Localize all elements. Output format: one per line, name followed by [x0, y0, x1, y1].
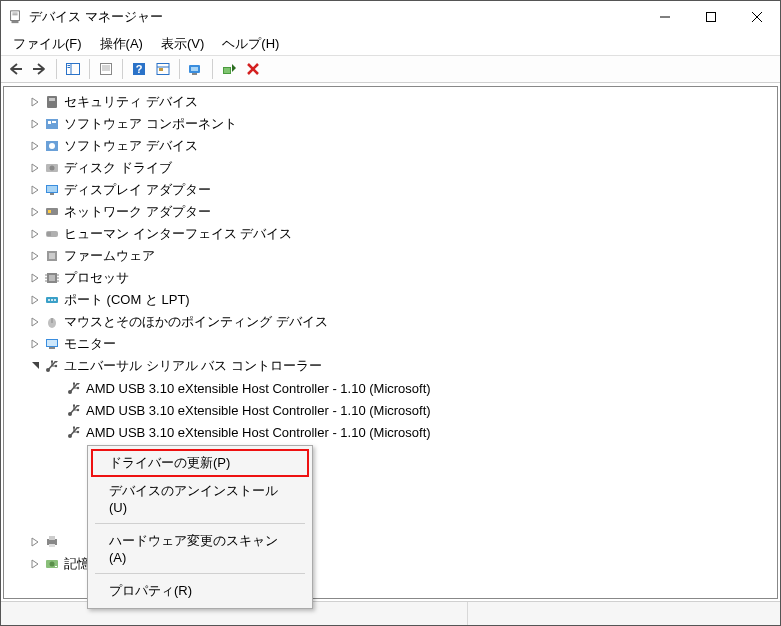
svg-rect-2: [12, 14, 17, 15]
tree-category-label: ファームウェア: [64, 247, 155, 265]
svg-point-36: [50, 166, 55, 171]
software-dev-icon: [44, 138, 60, 154]
expand-icon[interactable]: [28, 315, 42, 329]
svg-rect-31: [48, 121, 51, 124]
expand-icon[interactable]: [28, 139, 42, 153]
storage-icon: [44, 556, 60, 572]
svg-point-65: [55, 365, 57, 367]
expand-icon[interactable]: [28, 227, 42, 241]
usb-ctrl-icon: [66, 424, 82, 440]
tree-category[interactable]: モニター: [4, 333, 777, 355]
tree-category-label: ポート (COM と LPT): [64, 291, 190, 309]
tree-category[interactable]: ユニバーサル シリアル バス コントローラー: [4, 355, 777, 377]
port-icon: [44, 292, 60, 308]
expand-icon[interactable]: [28, 337, 42, 351]
tree-category-label: プロセッサ: [64, 269, 129, 287]
expand-icon[interactable]: [28, 293, 42, 307]
svg-rect-69: [73, 383, 75, 385]
context-menu-item[interactable]: デバイスのアンインストール(U): [91, 477, 309, 520]
expand-icon[interactable]: [28, 249, 42, 263]
scan-hardware-button[interactable]: [185, 58, 207, 80]
close-button[interactable]: [734, 1, 780, 33]
menu-view[interactable]: 表示(V): [153, 33, 212, 55]
print-icon: [44, 534, 60, 550]
tree-category-label: マウスとそのほかのポインティング デバイス: [64, 313, 328, 331]
action-menu-button[interactable]: [152, 58, 174, 80]
window-title: デバイス マネージャー: [29, 8, 163, 26]
tree-category[interactable]: ヒューマン インターフェイス デバイス: [4, 223, 777, 245]
menu-action[interactable]: 操作(A): [92, 33, 151, 55]
toolbar-separator: [56, 59, 57, 79]
menubar: ファイル(F) 操作(A) 表示(V) ヘルプ(H): [1, 33, 780, 55]
expand-icon[interactable]: [28, 161, 42, 175]
expand-icon[interactable]: [28, 535, 42, 549]
properties-button[interactable]: [95, 58, 117, 80]
svg-rect-78: [49, 544, 55, 547]
svg-rect-62: [47, 340, 57, 346]
context-menu-item[interactable]: ハードウェア変更のスキャン(A): [91, 527, 309, 570]
show-hide-tree-button[interactable]: [62, 58, 84, 80]
tree-category-label: ネットワーク アダプター: [64, 203, 211, 221]
svg-rect-12: [101, 64, 112, 75]
tree-category[interactable]: ポート (COM と LPT): [4, 289, 777, 311]
context-menu-separator: [95, 523, 305, 524]
tree-device-label: AMD USB 3.10 eXtensible Host Controller …: [86, 425, 431, 440]
svg-point-68: [77, 387, 79, 389]
svg-rect-0: [11, 11, 20, 21]
expand-icon[interactable]: [28, 183, 42, 197]
tree-device[interactable]: AMD USB 3.10 eXtensible Host Controller …: [4, 421, 777, 443]
usb-ctrl-icon: [66, 380, 82, 396]
svg-rect-30: [46, 119, 58, 129]
update-driver-button[interactable]: [218, 58, 240, 80]
tree-category[interactable]: セキュリティ デバイス: [4, 91, 777, 113]
disk-icon: [44, 160, 60, 176]
expand-icon[interactable]: [28, 205, 42, 219]
svg-rect-29: [49, 98, 55, 101]
tree-category[interactable]: マウスとそのほかのポインティング デバイス: [4, 311, 777, 333]
tree-device-label: AMD USB 3.10 eXtensible Host Controller …: [86, 403, 431, 418]
svg-point-74: [77, 431, 79, 433]
cpu-icon: [44, 270, 60, 286]
firmware-icon: [44, 248, 60, 264]
expand-icon[interactable]: [28, 95, 42, 109]
collapse-icon[interactable]: [28, 359, 42, 373]
expand-icon[interactable]: [28, 557, 42, 571]
context-menu-item[interactable]: ドライバーの更新(P): [91, 449, 309, 477]
forward-button[interactable]: [29, 58, 51, 80]
tree-category[interactable]: ネットワーク アダプター: [4, 201, 777, 223]
help-button[interactable]: ?: [128, 58, 150, 80]
context-menu: ドライバーの更新(P)デバイスのアンインストール(U)ハードウェア変更のスキャン…: [87, 445, 313, 609]
minimize-button[interactable]: [642, 1, 688, 33]
toolbar-separator: [212, 59, 213, 79]
context-menu-item[interactable]: プロパティ(R): [91, 577, 309, 605]
svg-rect-40: [46, 208, 58, 215]
maximize-button[interactable]: [688, 1, 734, 33]
tree-category[interactable]: ディスク ドライブ: [4, 157, 777, 179]
toolbar: ?: [1, 55, 780, 83]
menu-file[interactable]: ファイル(F): [5, 33, 90, 55]
expand-icon[interactable]: [28, 117, 42, 131]
svg-text:?: ?: [136, 63, 143, 75]
tree-device[interactable]: AMD USB 3.10 eXtensible Host Controller …: [4, 399, 777, 421]
tree-category-label: ユニバーサル シリアル バス コントローラー: [64, 357, 322, 375]
tree-category[interactable]: プロセッサ: [4, 267, 777, 289]
tree-category[interactable]: ファームウェア: [4, 245, 777, 267]
tree-device[interactable]: AMD USB 3.10 eXtensible Host Controller …: [4, 377, 777, 399]
menu-help[interactable]: ヘルプ(H): [214, 33, 287, 55]
svg-rect-32: [52, 121, 56, 123]
tree-category[interactable]: ディスプレイ アダプター: [4, 179, 777, 201]
svg-rect-3: [12, 21, 19, 24]
tree-category[interactable]: ソフトウェア デバイス: [4, 135, 777, 157]
uninstall-device-button[interactable]: [242, 58, 264, 80]
back-button[interactable]: [5, 58, 27, 80]
svg-rect-75: [73, 427, 75, 429]
software-comp-icon: [44, 116, 60, 132]
svg-rect-38: [47, 186, 57, 192]
expand-icon[interactable]: [28, 271, 42, 285]
svg-rect-66: [51, 361, 53, 363]
hid-icon: [44, 226, 60, 242]
tree-category[interactable]: ソフトウェア コンポーネント: [4, 113, 777, 135]
svg-rect-1: [12, 13, 17, 14]
svg-rect-10: [68, 65, 71, 66]
svg-rect-72: [73, 405, 75, 407]
